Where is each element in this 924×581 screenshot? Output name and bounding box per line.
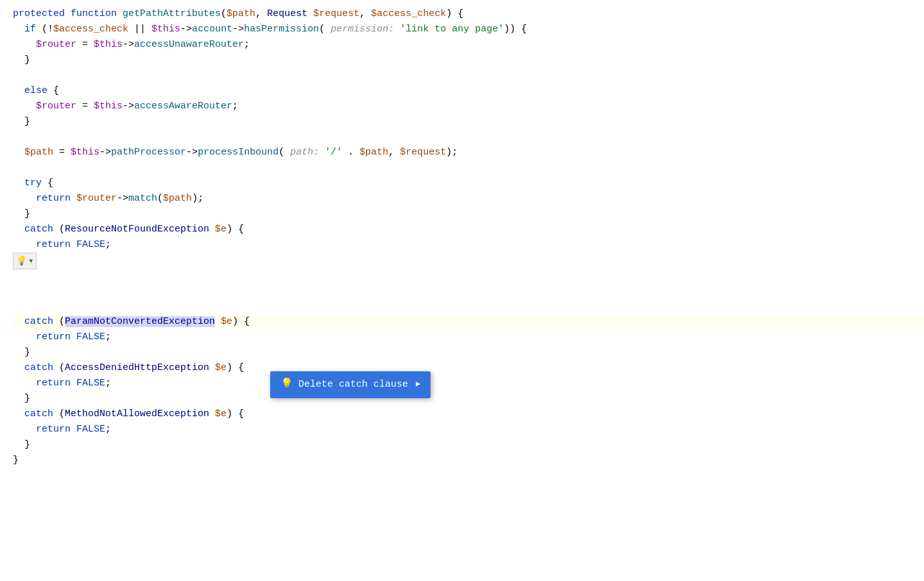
- code-line-8: }: [13, 114, 924, 130]
- code-line-26: }: [13, 437, 924, 453]
- code-line-1: protected function getPathAttributes($pa…: [13, 6, 924, 22]
- code-line-3: $router = $this->accessUnawareRouter;: [13, 37, 924, 53]
- code-line-11: [13, 160, 924, 176]
- code-line-18: catch (ParamNotConvertedException $e) {: [13, 314, 924, 330]
- lightbulb-icon: 💡: [16, 254, 27, 268]
- code-line-19: return FALSE;: [13, 330, 924, 345]
- dropdown-arrow-icon: ▾: [28, 254, 33, 268]
- code-line-21: catch (AccessDeniedHttpException $e) {: [13, 360, 924, 376]
- code-line-2: if (!$access_check || $this->account->ha…: [13, 22, 924, 37]
- code-line-7: $router = $this->accessAwareRouter;: [13, 99, 924, 114]
- code-editor: protected function getPathAttributes($pa…: [0, 0, 924, 581]
- lightbulb-gutter[interactable]: 💡 ▾: [13, 253, 37, 269]
- code-line-6: else {: [13, 83, 924, 99]
- code-line-20: }: [13, 345, 924, 360]
- code-line-25: return FALSE;: [13, 422, 924, 437]
- code-line-24: catch (MethodNotAllowedException $e) {: [13, 407, 924, 422]
- code-line-10: $path = $this->pathProcessor->processInb…: [13, 145, 924, 160]
- menu-lightbulb-icon: 💡: [280, 376, 293, 393]
- code-line-9: [13, 130, 924, 145]
- code-line-23: }: [13, 391, 924, 407]
- code-line-22: return FALSE;: [13, 376, 924, 391]
- code-line-13: return $router->match($path);: [13, 191, 924, 206]
- code-line-27: }: [13, 453, 924, 468]
- delete-catch-clause-menu[interactable]: 💡 Delete catch clause ▶: [270, 371, 431, 398]
- menu-arrow-icon: ▶: [416, 378, 420, 391]
- code-line-14: }: [13, 206, 924, 222]
- code-line-4: }: [13, 53, 924, 68]
- code-line-5: [13, 68, 924, 83]
- code-line-15: catch (ResourceNotFoundException $e) {: [13, 222, 924, 237]
- menu-label: Delete catch clause: [298, 377, 408, 392]
- code-line-17: } 💡 ▾: [13, 253, 924, 314]
- code-line-12: try {: [13, 176, 924, 191]
- code-line-16: return FALSE;: [13, 237, 924, 253]
